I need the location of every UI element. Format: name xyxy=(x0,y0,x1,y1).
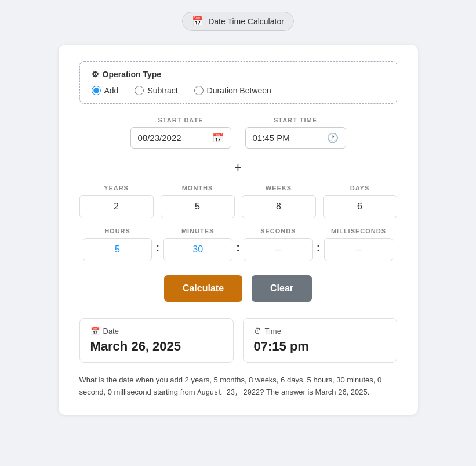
operation-title: ⚙ Operation Type xyxy=(92,70,385,79)
radio-group: Add Subtract Duration Between xyxy=(92,86,385,95)
hours-col: HOURS xyxy=(79,227,156,261)
duration-grid: YEARS MONTHS WEEKS DAYS xyxy=(79,185,397,218)
result-row: 📅 Date March 26, 2025 ⏱ Time 07:15 pm xyxy=(79,318,397,363)
minutes-label: MINUTES xyxy=(181,227,215,234)
date-result-value: March 26, 2025 xyxy=(90,339,223,354)
gear-icon: ⚙ xyxy=(92,70,99,79)
radio-duration-input[interactable] xyxy=(194,86,204,95)
date-result-icon: 📅 xyxy=(90,327,100,335)
weeks-input[interactable] xyxy=(242,195,316,218)
radio-subtract-label: Subtract xyxy=(147,86,177,95)
start-date-label: START DATE xyxy=(130,117,231,124)
start-time-input[interactable] xyxy=(253,133,322,143)
radio-add-input[interactable] xyxy=(92,86,101,95)
days-input[interactable] xyxy=(323,195,397,218)
months-item: MONTHS xyxy=(161,185,235,218)
weeks-label: WEEKS xyxy=(242,185,316,192)
radio-subtract-input[interactable] xyxy=(135,86,144,95)
colon-1: : xyxy=(156,241,160,261)
title-bar: 📅 Date Time Calculator xyxy=(182,12,294,31)
start-date-input-wrapper[interactable]: 📅 xyxy=(130,127,231,149)
date-time-row: START DATE 📅 START TIME 🕐 xyxy=(79,117,397,149)
time-result-icon: ⏱ xyxy=(254,327,261,335)
hours-input[interactable] xyxy=(83,238,152,261)
start-date-group: START DATE 📅 xyxy=(130,117,231,149)
time-duration-row: HOURS : MINUTES : SECONDS : MILLISECONDS xyxy=(79,227,397,261)
app-title: Date Time Calculator xyxy=(208,17,284,26)
minutes-col: MINUTES xyxy=(159,227,236,261)
time-result-card: ⏱ Time 07:15 pm xyxy=(243,318,397,363)
start-time-input-wrapper[interactable]: 🕐 xyxy=(245,127,346,149)
colon-2: : xyxy=(236,241,240,261)
seconds-label: SECONDS xyxy=(260,227,296,234)
seconds-col: SECONDS xyxy=(240,227,317,261)
weeks-item: WEEKS xyxy=(242,185,316,218)
app-container: 📅 Date Time Calculator ⚙ Operation Type … xyxy=(12,12,464,415)
months-label: MONTHS xyxy=(161,185,235,192)
main-card: ⚙ Operation Type Add Subtract Duration B… xyxy=(59,45,418,415)
date-result-title: 📅 Date xyxy=(90,327,223,335)
time-result-title: ⏱ Time xyxy=(254,327,386,335)
description-text: What is the date when you add 2 years, 5… xyxy=(79,374,397,399)
radio-duration-label: Duration Between xyxy=(207,86,271,95)
start-time-label: START TIME xyxy=(245,117,346,124)
plus-symbol: + xyxy=(79,160,397,175)
minutes-input[interactable] xyxy=(163,238,232,261)
milliseconds-label: MILLISECONDS xyxy=(331,227,386,234)
time-result-value: 07:15 pm xyxy=(254,339,386,354)
years-item: YEARS xyxy=(79,185,154,218)
colon-3: : xyxy=(317,241,321,261)
hours-label: HOURS xyxy=(104,227,130,234)
radio-subtract[interactable]: Subtract xyxy=(135,86,177,95)
years-input[interactable] xyxy=(79,195,154,218)
time-picker-icon[interactable]: 🕐 xyxy=(327,132,339,143)
radio-duration[interactable]: Duration Between xyxy=(194,86,271,95)
days-item: DAYS xyxy=(323,185,397,218)
date-result-card: 📅 Date March 26, 2025 xyxy=(79,318,234,363)
button-row: Calculate Clear xyxy=(79,275,397,302)
clear-button[interactable]: Clear xyxy=(252,275,312,302)
calculate-button[interactable]: Calculate xyxy=(164,275,242,302)
milliseconds-col: MILLISECONDS xyxy=(321,227,397,261)
start-date-input[interactable] xyxy=(138,133,208,143)
radio-add-label: Add xyxy=(104,86,119,95)
start-time-group: START TIME 🕐 xyxy=(245,117,346,149)
title-calendar-icon: 📅 xyxy=(192,16,204,27)
days-label: DAYS xyxy=(323,185,397,192)
operation-section: ⚙ Operation Type Add Subtract Duration B… xyxy=(79,61,397,104)
milliseconds-input[interactable] xyxy=(324,238,393,261)
years-label: YEARS xyxy=(79,185,154,192)
seconds-input[interactable] xyxy=(244,238,313,261)
date-picker-icon[interactable]: 📅 xyxy=(212,132,224,143)
radio-add[interactable]: Add xyxy=(92,86,119,95)
months-input[interactable] xyxy=(161,195,235,218)
